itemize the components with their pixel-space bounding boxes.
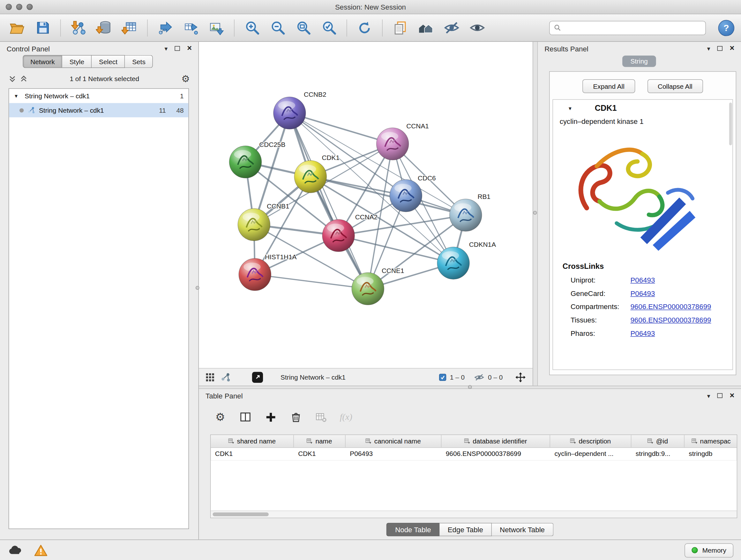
network-node-CDC25B[interactable] (229, 146, 261, 178)
import-network-file-button[interactable] (68, 17, 89, 39)
expand-all-chevron-icon[interactable] (9, 75, 16, 83)
import-table-file-button[interactable] (119, 17, 140, 39)
hide-panel-button[interactable] (441, 17, 462, 39)
network-collection-row[interactable]: ▼ String Network – cdk1 1 (9, 89, 188, 103)
network-node-CCNE1[interactable] (352, 273, 384, 305)
show-columns-button[interactable] (238, 408, 254, 426)
table-options-button[interactable]: ⚙ (212, 408, 228, 426)
crosslink-link[interactable]: P06493 (630, 276, 655, 284)
zoom-selected-button[interactable] (319, 17, 339, 39)
table-toolbar: ⚙ f(x) (212, 406, 354, 428)
panel-menu-icon[interactable]: ▾ (707, 392, 711, 399)
tab-style[interactable]: Style (62, 55, 91, 68)
search-input[interactable] (564, 24, 701, 32)
network-node-CDK1[interactable] (294, 161, 327, 193)
add-column-button[interactable] (263, 408, 279, 426)
network-node-CDC6[interactable] (390, 179, 422, 212)
home-view-button[interactable] (415, 17, 436, 39)
selected-nodes-checkbox-icon[interactable] (439, 374, 446, 381)
zoom-in-button[interactable] (242, 17, 262, 39)
delete-table-button[interactable] (313, 408, 329, 426)
zoom-fit-button[interactable] (293, 17, 314, 39)
panel-float-icon[interactable] (718, 393, 723, 398)
help-button[interactable]: ? (718, 20, 735, 36)
fit-content-crosshair-icon[interactable] (515, 372, 526, 382)
network-node-CCNA1[interactable] (377, 128, 409, 160)
splitter-handle[interactable] (196, 286, 199, 290)
network-share-icon (27, 106, 35, 114)
network-node-CCNA2[interactable] (322, 219, 354, 252)
create-network-from-table-button[interactable] (180, 17, 201, 39)
export-image-button[interactable] (206, 17, 227, 39)
panel-close-icon[interactable]: × (730, 46, 734, 51)
hidden-eye-slash-icon[interactable] (474, 372, 484, 382)
scrollbar-thumb[interactable] (212, 512, 269, 516)
panel-close-icon[interactable]: × (187, 46, 192, 51)
crosslink-link[interactable]: 9606.ENSP00000378699 (630, 303, 711, 311)
save-session-button[interactable] (32, 17, 53, 39)
show-panel-button[interactable] (467, 17, 487, 39)
column-header[interactable]: database identifier (441, 435, 550, 448)
collapse-all-button[interactable]: Collapse All (647, 79, 703, 93)
tab-node-table[interactable]: Node Table (387, 523, 440, 537)
open-session-button[interactable] (7, 17, 27, 39)
column-header[interactable]: name (294, 435, 346, 448)
tab-network[interactable]: Network (23, 55, 62, 68)
network-row[interactable]: String Network – cdk1 11 48 (9, 103, 188, 118)
column-header[interactable]: canonical name (346, 435, 441, 448)
network-node-HIST1H1A[interactable] (239, 258, 271, 291)
memory-button[interactable]: Memory (685, 543, 734, 557)
crosslink-link[interactable]: 9606.ENSP00000378699 (630, 316, 711, 324)
delete-column-button[interactable] (287, 408, 304, 426)
copy-document-button[interactable] (390, 17, 410, 39)
tab-sets[interactable]: Sets (125, 55, 153, 68)
tab-edge-table[interactable]: Edge Table (440, 523, 491, 537)
network-edge[interactable] (255, 274, 368, 289)
collapse-all-chevron-icon[interactable] (20, 75, 27, 83)
results-scrollbar[interactable] (729, 103, 732, 145)
warnings-button[interactable] (34, 544, 48, 557)
import-network-database-button[interactable] (93, 17, 114, 39)
network-canvas[interactable]: CCNB2CCNA1CDC25BCDK1CDC6RB1CCNB1CCNA2CDK… (199, 42, 533, 368)
zoom-out-button[interactable] (267, 17, 288, 39)
tab-network-table[interactable]: Network Table (492, 523, 553, 537)
crosslink-link[interactable]: P06493 (630, 329, 655, 337)
cloud-status-button[interactable] (8, 545, 23, 556)
tab-select[interactable]: Select (92, 55, 125, 68)
gene-collapse-icon[interactable]: ▼ (568, 106, 575, 111)
network-node-CCNB2[interactable] (273, 97, 306, 129)
panel-float-icon[interactable] (175, 46, 180, 51)
splitter-handle[interactable] (533, 211, 537, 214)
expand-all-button[interactable]: Expand All (583, 79, 635, 93)
network-edge[interactable] (339, 236, 454, 263)
network-overview-icon[interactable] (221, 372, 231, 382)
tab-string[interactable]: String (622, 56, 656, 67)
column-header[interactable]: description (550, 435, 631, 448)
control-panel: Control Panel ▾ × Network Style Select S… (0, 42, 199, 540)
splitter-handle[interactable] (468, 385, 472, 389)
export-network-button[interactable] (155, 17, 176, 39)
column-header[interactable]: @id (631, 435, 684, 448)
table-panel: Table Panel ▾ × ⚙ f(x) (199, 389, 741, 540)
panel-menu-icon[interactable]: ▾ (164, 45, 167, 52)
tree-expand-icon[interactable]: ▼ (14, 93, 21, 98)
panel-menu-icon[interactable]: ▾ (707, 45, 711, 52)
panel-float-icon[interactable] (718, 46, 723, 51)
table-horizontal-scrollbar[interactable] (211, 510, 737, 517)
crosslink-link[interactable]: P06493 (630, 289, 655, 297)
table-row[interactable]: CDK1 CDK1 P06493 9606.ENSP00000378699 cy… (211, 448, 737, 461)
network-node-RB1[interactable] (450, 199, 482, 231)
column-header[interactable]: namespac (684, 435, 738, 448)
network-graph[interactable]: CCNB2CCNA1CDC25BCDK1CDC6RB1CCNB1CCNA2CDK… (199, 42, 533, 368)
birdseye-grid-icon[interactable] (205, 373, 214, 381)
export-view-button[interactable] (252, 372, 263, 382)
network-options-gear-icon[interactable]: ⚙ (181, 74, 190, 84)
search-box[interactable] (549, 21, 706, 35)
network-edge[interactable] (289, 113, 367, 289)
panel-close-icon[interactable]: × (730, 393, 734, 398)
refresh-view-button[interactable] (354, 17, 375, 39)
network-node-CDKN1A[interactable] (437, 247, 469, 279)
column-header[interactable]: shared name (211, 435, 293, 448)
function-builder-button[interactable]: f(x) (338, 408, 354, 426)
network-node-CCNB1[interactable] (238, 208, 270, 241)
